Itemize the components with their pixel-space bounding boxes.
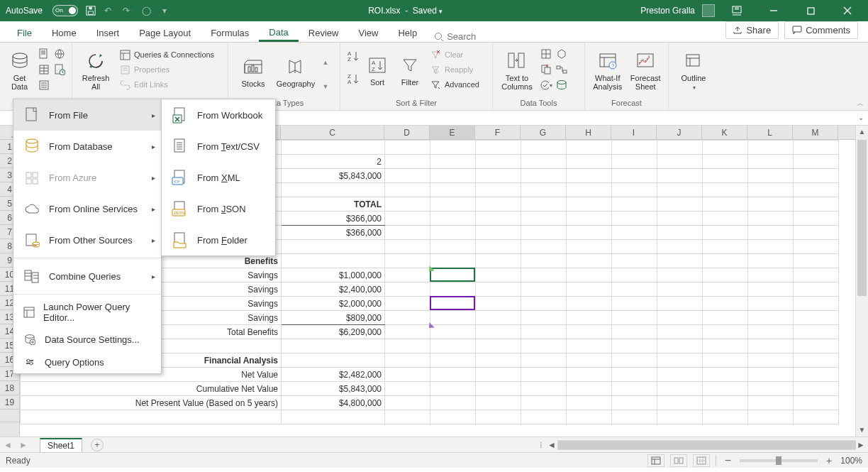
hscroll-right-icon[interactable]: ► [855, 440, 867, 450]
col-header-H[interactable]: H [566, 126, 611, 139]
existing-conn-icon[interactable] [38, 79, 50, 92]
formula-bar-expand-icon[interactable]: ⌄ [858, 114, 864, 121]
add-sheet-button[interactable]: + [91, 439, 104, 451]
zoom-slider[interactable] [740, 459, 818, 462]
what-if-button[interactable]: ?What-If Analysis [591, 45, 625, 95]
col-header-C[interactable]: C [281, 126, 384, 139]
save-icon[interactable] [85, 5, 96, 16]
zoom-level[interactable]: 100% [840, 456, 862, 466]
collapse-ribbon-icon[interactable]: ︿ [857, 99, 864, 109]
sort-button[interactable]: AZSort [363, 45, 391, 95]
menu-combine-queries[interactable]: Combine Queries▸ [13, 260, 161, 292]
cell[interactable]: 2 [282, 155, 385, 169]
from-text-icon[interactable] [38, 48, 50, 60]
from-table-icon[interactable] [38, 63, 50, 76]
col-header-K[interactable]: K [702, 126, 747, 139]
tab-file[interactable]: File [7, 23, 42, 42]
recent-sources-icon[interactable] [53, 63, 66, 76]
menu-from-text-csv[interactable]: From Text/CSV [162, 131, 275, 162]
tab-page-layout[interactable]: Page Layout [129, 23, 201, 42]
col-header-L[interactable]: L [747, 126, 793, 139]
remove-dup-icon[interactable] [540, 63, 552, 76]
undo-icon[interactable]: ↶▾ [104, 5, 115, 16]
tab-formulas[interactable]: Formulas [201, 23, 259, 42]
tab-help[interactable]: Help [388, 23, 427, 42]
relationships-icon[interactable] [555, 63, 568, 76]
cell[interactable]: $809,000 [282, 311, 385, 325]
share-button[interactable]: Share [725, 21, 779, 39]
view-page-break-icon[interactable] [693, 454, 710, 467]
menu-from-file[interactable]: From File▸ [13, 99, 161, 131]
horizontal-scrollbar[interactable] [557, 440, 855, 450]
cell[interactable]: $366,000 [282, 226, 385, 240]
sheet-tab-sheet1[interactable]: Sheet1 [40, 438, 82, 452]
outline-button[interactable]: Outline▾ [674, 45, 713, 95]
stocks-button[interactable]: Stocks [234, 48, 272, 97]
cell[interactable]: $5,843,000 [282, 382, 385, 396]
menu-from-database[interactable]: From Database▸ [13, 131, 161, 162]
menu-launch-power-query[interactable]: Launch Power Query Editor... [13, 297, 161, 328]
tab-split-handle[interactable]: ⁞ [536, 440, 546, 450]
sort-asc-icon[interactable]: AZ [346, 50, 359, 62]
forecast-sheet-button[interactable]: Forecast Sheet [629, 45, 663, 95]
tab-insert[interactable]: Insert [87, 23, 130, 42]
menu-data-source-settings[interactable]: Data Source Settings... [13, 328, 161, 351]
view-page-layout-icon[interactable] [670, 454, 687, 467]
flash-fill-icon[interactable] [540, 48, 552, 60]
cell[interactable]: $366,000 [282, 212, 385, 226]
cell[interactable]: TOTAL [282, 197, 385, 212]
user-avatar-icon[interactable] [702, 4, 715, 17]
data-validation-icon[interactable]: ▾ [540, 79, 552, 92]
menu-from-online[interactable]: From Online Services▸ [13, 193, 161, 224]
vertical-scrollbar[interactable]: ▲ ▼ [855, 126, 868, 437]
ribbon-options-icon[interactable] [722, 0, 752, 21]
tab-view[interactable]: View [348, 23, 388, 42]
user-name[interactable]: Preston Gralla [640, 6, 695, 16]
advanced-filter-button[interactable]: Advanced [428, 78, 481, 91]
menu-query-options[interactable]: Query Options [13, 351, 161, 373]
menu-from-workbook[interactable]: From Workbook [162, 99, 275, 131]
sheet-nav-next[interactable]: ► [16, 440, 31, 450]
menu-from-xml[interactable]: <>From XML [162, 162, 275, 193]
zoom-out-button[interactable]: − [722, 454, 734, 467]
cell[interactable]: $2,482,000 [282, 368, 385, 382]
menu-from-other[interactable]: From Other Sources▸ [13, 224, 161, 256]
get-data-button[interactable]: Get Data [6, 45, 33, 95]
col-header-M[interactable]: M [793, 126, 838, 139]
geography-button[interactable]: Geography [277, 48, 315, 97]
sheet-nav-prev[interactable]: ◄ [0, 440, 16, 450]
zoom-in-button[interactable]: + [823, 455, 835, 466]
col-header-E[interactable]: E [430, 126, 475, 139]
refresh-all-button[interactable]: Refresh All [78, 45, 113, 95]
cell[interactable]: $2,400,000 [282, 282, 385, 297]
col-header-I[interactable]: I [611, 126, 657, 139]
tab-home[interactable]: Home [42, 23, 87, 42]
minimize-button[interactable] [759, 0, 789, 21]
scroll-down-icon[interactable]: ▼ [856, 424, 868, 437]
cell[interactable]: Net Present Value (Based on 5 years) [21, 396, 282, 410]
hscroll-left-icon[interactable]: ◄ [546, 440, 557, 450]
col-header-F[interactable]: F [475, 126, 521, 139]
cell[interactable]: $2,000,000 [282, 297, 385, 311]
col-header-D[interactable]: D [384, 126, 430, 139]
menu-from-folder[interactable]: From Folder [162, 224, 275, 256]
cell[interactable]: $6,209,000 [282, 325, 385, 339]
cell[interactable]: $1,000,000 [282, 268, 385, 282]
tell-me-search[interactable]: Search [434, 31, 476, 42]
tab-data[interactable]: Data [259, 23, 298, 42]
touch-mode-icon[interactable]: ◯ [140, 5, 152, 16]
text-to-columns-button[interactable]: Text to Columns [499, 45, 535, 95]
cell[interactable]: Cumulative Net Value [21, 382, 282, 396]
filter-button[interactable]: Filter [396, 45, 424, 95]
redo-icon[interactable]: ↷▾ [122, 5, 133, 16]
tab-review[interactable]: Review [299, 23, 349, 42]
close-button[interactable] [833, 0, 862, 21]
datatypes-scroll-up-icon[interactable]: ▲ [319, 56, 332, 69]
datatypes-more-icon[interactable]: ▼ [319, 80, 332, 93]
cell[interactable]: $4,800,000 [282, 396, 385, 410]
comments-button[interactable]: Comments [784, 21, 858, 39]
queries-connections-button[interactable]: Queries & Connections [118, 48, 216, 61]
maximize-button[interactable] [796, 0, 825, 21]
scroll-thumb[interactable] [857, 140, 867, 296]
qat-customize-icon[interactable]: ▾ [159, 5, 170, 16]
